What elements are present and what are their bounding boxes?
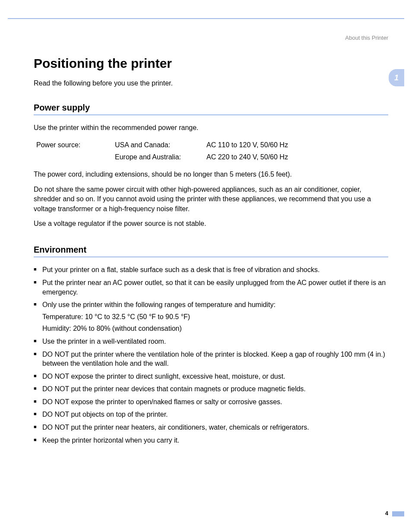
- content-area: Positioning the printer Read the followi…: [34, 56, 388, 448]
- list-item: Use the printer in a well-ventilated roo…: [34, 337, 388, 346]
- list-item-text: DO NOT put the printer where the ventila…: [42, 351, 385, 367]
- list-item: DO NOT put the printer where the ventila…: [34, 350, 388, 368]
- environment-list: Put your printer on a flat, stable surfa…: [34, 265, 388, 445]
- intro-text: Read the following before you use the pr…: [34, 79, 388, 87]
- list-item: Put your printer on a flat, stable surfa…: [34, 265, 388, 275]
- power-para: Do not share the same power circuit with…: [34, 185, 388, 214]
- empty-cell: [36, 152, 114, 163]
- list-item-text: DO NOT expose the printer to direct sunl…: [42, 373, 285, 380]
- list-item: Keep the printer horizontal when you car…: [34, 436, 388, 445]
- power-source-label: Power source:: [36, 139, 114, 151]
- page-number: 4: [385, 510, 388, 516]
- page-title: Positioning the printer: [34, 56, 388, 71]
- table-row: Europe and Australia: AC 220 to 240 V, 5…: [36, 152, 288, 163]
- page-number-mark: [392, 511, 404, 516]
- power-source-table: Power source: USA and Canada: AC 110 to …: [35, 139, 289, 164]
- list-item-text: DO NOT put the printer near heaters, air…: [42, 424, 309, 431]
- list-item: DO NOT expose the printer to open/naked …: [34, 397, 388, 407]
- list-item-text: DO NOT put the printer near devices that…: [42, 385, 306, 393]
- list-item: DO NOT put the printer near heaters, air…: [34, 423, 388, 432]
- power-supply-lead: Use the printer within the recommended p…: [34, 123, 388, 133]
- chapter-tab: 1: [389, 69, 404, 86]
- power-source-region: Europe and Australia:: [115, 152, 206, 163]
- table-row: Power source: USA and Canada: AC 110 to …: [36, 139, 288, 151]
- list-item-text: Use the printer in a well-ventilated roo…: [42, 338, 166, 345]
- section-heading-power-supply: Power supply: [34, 103, 388, 115]
- power-para: The power cord, including extensions, sh…: [34, 170, 388, 179]
- list-item: DO NOT put objects on top of the printer…: [34, 410, 388, 419]
- list-item: Only use the printer within the followin…: [34, 300, 388, 333]
- list-item: DO NOT put the printer near devices that…: [34, 384, 388, 394]
- list-item: DO NOT expose the printer to direct sunl…: [34, 372, 388, 381]
- list-item-subtext: Temperature: 10 °C to 32.5 °C (50 °F to …: [42, 312, 388, 322]
- list-item-text: Put your printer on a flat, stable surfa…: [42, 266, 320, 273]
- power-source-spec: AC 220 to 240 V, 50/60 Hz: [206, 152, 288, 163]
- list-item-subtext: Humidity: 20% to 80% (without condensati…: [42, 324, 388, 333]
- list-item-text: Keep the printer horizontal when you car…: [42, 437, 180, 444]
- list-item-text: Put the printer near an AC power outlet,…: [42, 279, 386, 296]
- top-rule: [8, 18, 404, 19]
- list-item-text: DO NOT expose the printer to open/naked …: [42, 398, 282, 405]
- list-item-text: DO NOT put objects on top of the printer…: [42, 411, 168, 418]
- power-source-region: USA and Canada:: [115, 139, 206, 151]
- power-source-spec: AC 110 to 120 V, 50/60 Hz: [206, 139, 288, 151]
- running-head: About this Printer: [345, 35, 388, 41]
- list-item-text: Only use the printer within the followin…: [42, 301, 276, 308]
- power-para: Use a voltage regulator if the power sou…: [34, 219, 388, 228]
- section-heading-environment: Environment: [34, 245, 388, 257]
- page: About this Printer 1 Positioning the pri…: [0, 0, 412, 532]
- list-item: Put the printer near an AC power outlet,…: [34, 278, 388, 297]
